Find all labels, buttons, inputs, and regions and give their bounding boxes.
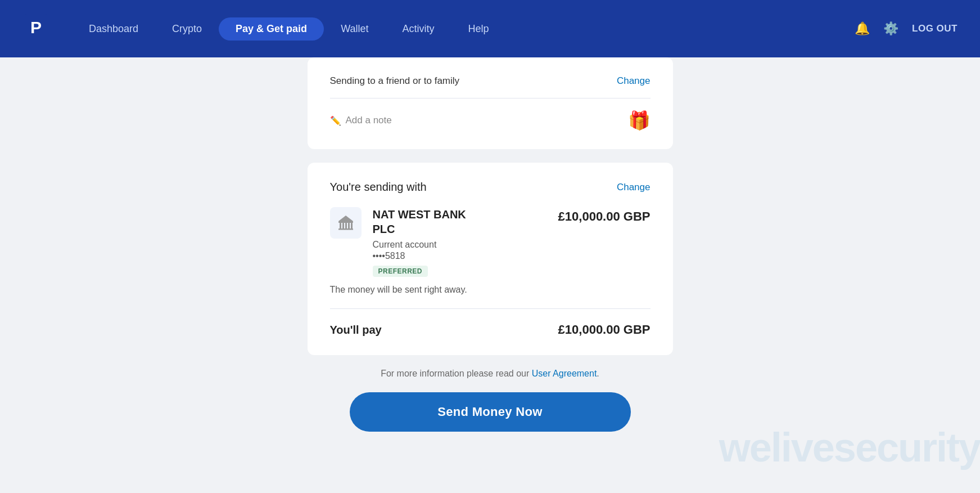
logout-button[interactable]: LOG OUT bbox=[912, 23, 958, 34]
nav-menu: Dashboard Crypto Pay & Get paid Wallet A… bbox=[72, 17, 855, 41]
main-content: Sending to a friend or to family Change … bbox=[0, 57, 980, 465]
notification-icon[interactable]: 🔔 bbox=[855, 21, 870, 36]
sending-to-card: Sending to a friend or to family Change … bbox=[308, 57, 673, 149]
svg-rect-2 bbox=[338, 221, 353, 223]
svg-rect-6 bbox=[348, 223, 350, 228]
sending-to-row: Sending to a friend or to family Change bbox=[330, 75, 651, 98]
navbar-right: 🔔 ⚙️ LOG OUT bbox=[855, 21, 958, 36]
nav-item-dashboard[interactable]: Dashboard bbox=[72, 17, 155, 41]
nav-item-activity[interactable]: Activity bbox=[385, 17, 451, 41]
sending-with-change-link[interactable]: Change bbox=[617, 182, 651, 193]
sending-to-change-link[interactable]: Change bbox=[617, 75, 651, 87]
nav-item-wallet[interactable]: Wallet bbox=[324, 17, 385, 41]
bank-details: NAT WEST BANK PLC Current account ••••58… bbox=[373, 207, 547, 277]
footer-info-text: For more information please read our bbox=[381, 369, 529, 378]
user-agreement-link[interactable]: User Agreement bbox=[532, 369, 597, 378]
nav-item-crypto[interactable]: Crypto bbox=[155, 17, 219, 41]
sending-to-label: Sending to a friend or to family bbox=[330, 75, 460, 87]
bank-icon-wrap bbox=[330, 207, 362, 239]
svg-marker-9 bbox=[338, 216, 353, 221]
svg-rect-7 bbox=[351, 223, 353, 228]
bank-account-number: ••••5818 bbox=[373, 251, 547, 261]
bank-amount: £10,000.00 GBP bbox=[558, 209, 651, 224]
nav-item-help[interactable]: Help bbox=[451, 17, 505, 41]
nav-item-pay-get-paid[interactable]: Pay & Get paid bbox=[219, 17, 324, 41]
settings-icon[interactable]: ⚙️ bbox=[883, 21, 898, 36]
svg-rect-4 bbox=[342, 223, 344, 228]
divider bbox=[330, 308, 651, 309]
you-pay-row: You'll pay £10,000.00 GBP bbox=[330, 322, 651, 337]
send-money-now-button[interactable]: Send Money Now bbox=[350, 392, 631, 432]
bank-name: NAT WEST BANK PLC bbox=[373, 207, 547, 236]
svg-rect-8 bbox=[338, 228, 353, 230]
footer-info: For more information please read our Use… bbox=[308, 369, 673, 379]
sending-with-header: You're sending with Change bbox=[330, 181, 651, 194]
note-input-area[interactable]: ✏️ Add a note bbox=[330, 115, 392, 126]
note-placeholder: Add a note bbox=[346, 115, 392, 126]
bank-icon bbox=[337, 214, 354, 231]
note-row: ✏️ Add a note 🎁 bbox=[330, 98, 651, 131]
sending-with-title: You're sending with bbox=[330, 181, 427, 194]
svg-rect-3 bbox=[340, 223, 341, 228]
content-column: Sending to a friend or to family Change … bbox=[308, 57, 673, 432]
bank-row: NAT WEST BANK PLC Current account ••••58… bbox=[330, 207, 651, 277]
svg-rect-5 bbox=[345, 223, 347, 228]
bank-account-type: Current account bbox=[373, 240, 547, 250]
footer-suffix: . bbox=[597, 369, 599, 378]
send-button-wrap: Send Money Now bbox=[308, 392, 673, 432]
gift-icon[interactable]: 🎁 bbox=[628, 110, 651, 131]
you-pay-amount: £10,000.00 GBP bbox=[558, 322, 651, 337]
send-right-away-note: The money will be sent right away. bbox=[330, 285, 651, 295]
navbar: P Dashboard Crypto Pay & Get paid Wallet… bbox=[0, 0, 980, 57]
you-pay-label: You'll pay bbox=[330, 324, 382, 337]
paypal-logo[interactable]: P bbox=[22, 14, 49, 43]
sending-with-card: You're sending with Change bbox=[308, 163, 673, 355]
svg-text:P: P bbox=[30, 18, 42, 37]
pencil-icon: ✏️ bbox=[330, 115, 341, 126]
preferred-badge: PREFERRED bbox=[373, 266, 428, 277]
